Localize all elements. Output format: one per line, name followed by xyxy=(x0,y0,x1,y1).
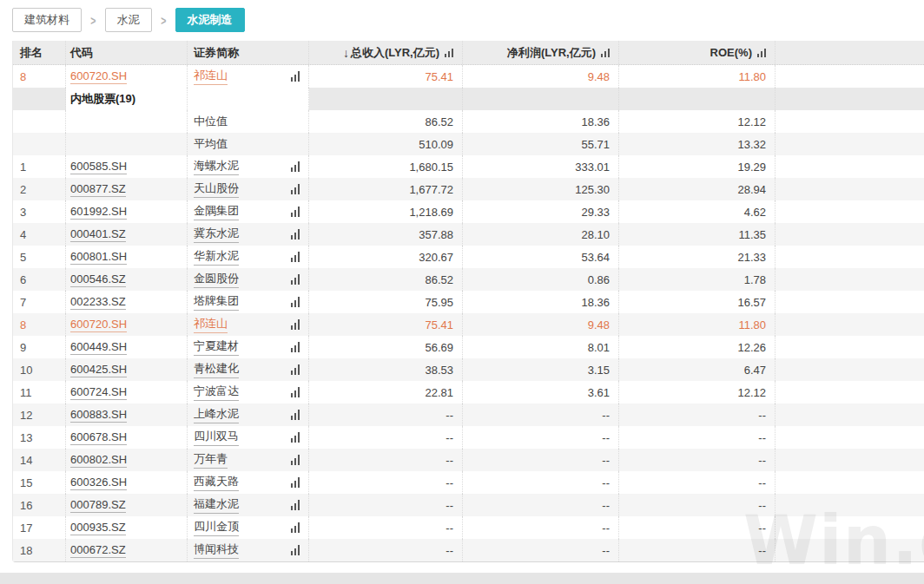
stock-code-link[interactable]: 000877.SZ xyxy=(70,182,126,197)
stock-code-link[interactable]: 600678.SH xyxy=(70,430,127,445)
bar-chart-icon[interactable] xyxy=(291,274,300,285)
stock-code-link[interactable]: 600720.SH xyxy=(70,69,127,84)
table-row[interactable]: 11 600724.SH 宁波富达 22.81 3.61 12.12 xyxy=(13,381,924,404)
stock-code-link[interactable]: 600724.SH xyxy=(70,385,127,400)
bar-chart-icon[interactable] xyxy=(291,252,300,262)
stock-code-link[interactable]: 000546.SZ xyxy=(70,272,126,287)
stock-code-link[interactable]: 600801.SH xyxy=(70,250,127,265)
stock-name-link[interactable]: 宁波富达 xyxy=(194,384,239,401)
stock-code-link[interactable]: 600425.SH xyxy=(70,363,127,377)
bar-chart-icon[interactable] xyxy=(291,184,300,194)
column-chart-icon[interactable] xyxy=(757,49,766,57)
stock-name-link[interactable]: 万年青 xyxy=(194,451,228,469)
stock-code-link[interactable]: 601992.SH xyxy=(70,205,127,220)
table-row[interactable]: 1 600585.SH 海螺水泥 1,680.15 333.01 19.29 xyxy=(13,155,924,178)
bar-chart-icon[interactable] xyxy=(291,455,300,465)
stock-code-link[interactable]: 600326.SH xyxy=(70,476,127,490)
bar-chart-icon[interactable] xyxy=(291,229,300,240)
table-row[interactable]: 18 000672.SZ 博闻科技 -- -- -- xyxy=(13,539,924,561)
bar-chart-icon[interactable] xyxy=(291,500,300,510)
stock-code-link[interactable]: 600720.SH xyxy=(70,318,127,332)
table-row[interactable]: 13 600678.SH 四川双马 -- -- -- xyxy=(13,426,924,449)
group-label: 内地股票(19) xyxy=(70,91,135,107)
col-header-code[interactable]: 代码 xyxy=(66,41,188,64)
bar-chart-icon[interactable] xyxy=(291,477,300,488)
table-row[interactable]: 12 600883.SH 上峰水泥 -- -- -- xyxy=(13,404,924,426)
stock-code-link[interactable]: 000935.SZ xyxy=(70,521,126,535)
col-header-roe[interactable]: ROE(%) xyxy=(619,41,776,64)
stock-name-link[interactable]: 冀东水泥 xyxy=(194,226,239,243)
name-cell: 上峰水泥 xyxy=(188,404,309,426)
filler-cell xyxy=(776,539,924,561)
breadcrumb-item-cement[interactable]: 水泥 xyxy=(105,8,152,32)
table-row[interactable]: 17 000935.SZ 四川金顶 -- -- -- xyxy=(13,516,924,539)
col-header-name[interactable]: 证券简称 xyxy=(188,41,309,64)
bar-chart-icon[interactable] xyxy=(291,342,300,352)
table-row[interactable]: 16 000789.SZ 福建水泥 -- -- -- xyxy=(13,494,924,516)
stock-name-link[interactable]: 海螺水泥 xyxy=(194,158,239,175)
stock-code-link[interactable]: 600802.SH xyxy=(70,453,127,468)
table-row[interactable]: 8 600720.SH 祁连山 75.41 9.48 11.80 xyxy=(13,65,924,88)
table-row[interactable]: 8 600720.SH 祁连山 75.41 9.48 11.80 xyxy=(13,313,924,336)
table-row[interactable]: 5 600801.SH 华新水泥 320.67 53.64 21.33 xyxy=(13,246,924,268)
bar-chart-icon[interactable] xyxy=(291,364,300,375)
stock-name-link[interactable]: 金圆股份 xyxy=(194,271,239,288)
bar-chart-icon[interactable] xyxy=(291,71,300,82)
bar-chart-icon[interactable] xyxy=(291,387,300,397)
bar-chart-icon[interactable] xyxy=(291,545,300,555)
table-row[interactable]: 3 601992.SH 金隅集团 1,218.69 29.33 4.62 xyxy=(13,200,924,223)
filler-cell xyxy=(776,449,924,471)
stock-name-link[interactable]: 祁连山 xyxy=(194,316,228,333)
bar-chart-icon[interactable] xyxy=(291,319,300,330)
name-cell: 四川金顶 xyxy=(188,516,309,539)
name-cell: 天山股份 xyxy=(188,178,309,200)
table-row[interactable]: 7 002233.SZ 塔牌集团 75.95 18.36 16.57 xyxy=(13,291,924,313)
code-cell xyxy=(66,110,188,133)
bar-chart-icon[interactable] xyxy=(291,432,300,443)
bar-chart-icon[interactable] xyxy=(291,522,300,533)
table-row[interactable]: 平均值 510.09 55.71 13.32 xyxy=(13,133,924,155)
stock-code-link[interactable]: 000401.SZ xyxy=(70,227,126,242)
col-header-revenue[interactable]: ↓ 总收入(LYR,亿元) xyxy=(309,41,463,64)
name-cell: 金圆股份 xyxy=(188,268,309,291)
column-chart-icon[interactable] xyxy=(601,49,610,57)
table-row[interactable]: 15 600326.SH 西藏天路 -- -- -- xyxy=(13,471,924,494)
stock-name-link[interactable]: 四川双马 xyxy=(194,429,239,446)
stock-name-link[interactable]: 金隅集团 xyxy=(194,203,239,220)
bar-chart-icon[interactable] xyxy=(291,161,300,172)
col-header-rank[interactable]: 排名 xyxy=(13,41,66,64)
stock-code-link[interactable]: 600585.SH xyxy=(70,160,127,174)
stock-code-link[interactable]: 000789.SZ xyxy=(70,498,126,513)
stock-name-link[interactable]: 青松建化 xyxy=(194,361,239,378)
stock-name-link[interactable]: 福建水泥 xyxy=(194,496,239,514)
stock-code-link[interactable]: 600883.SH xyxy=(70,408,127,423)
table-row[interactable]: 中位值 86.52 18.36 12.12 xyxy=(13,110,924,133)
stock-name-link[interactable]: 上峰水泥 xyxy=(194,406,239,423)
table-row[interactable]: 9 600449.SH 宁夏建材 56.69 8.01 12.26 xyxy=(13,336,924,358)
breadcrumb-item-cement-manufacturing[interactable]: 水泥制造 xyxy=(175,8,245,32)
bar-chart-icon[interactable] xyxy=(291,207,300,217)
table-row[interactable]: 14 600802.SH 万年青 -- -- -- xyxy=(13,449,924,471)
bar-chart-icon[interactable] xyxy=(291,297,300,307)
stock-name-link[interactable]: 华新水泥 xyxy=(194,248,239,266)
stock-code-link[interactable]: 000672.SZ xyxy=(70,543,126,558)
stock-name-link[interactable]: 天山股份 xyxy=(194,180,239,198)
revenue-cell: 75.41 xyxy=(309,65,463,88)
table-row[interactable]: 2 000877.SZ 天山股份 1,677.72 125.30 28.94 xyxy=(13,178,924,200)
stock-code-link[interactable]: 600449.SH xyxy=(70,340,127,355)
stock-name-link[interactable]: 四川金顶 xyxy=(194,519,239,536)
table-row[interactable]: 4 000401.SZ 冀东水泥 357.88 28.10 11.35 xyxy=(13,223,924,246)
stock-name-link[interactable]: 西藏天路 xyxy=(194,474,239,491)
bar-chart-icon[interactable] xyxy=(291,410,300,420)
stock-name-link[interactable]: 宁夏建材 xyxy=(194,338,239,356)
breadcrumb-item-building-materials[interactable]: 建筑材料 xyxy=(12,8,82,32)
table-row[interactable]: 10 600425.SH 青松建化 38.53 3.15 6.47 xyxy=(13,358,924,381)
col-header-profit[interactable]: 净利润(LYR,亿元) xyxy=(463,41,619,64)
column-chart-icon[interactable] xyxy=(445,49,453,57)
stock-name-link[interactable]: 塔牌集团 xyxy=(194,293,239,311)
table-row[interactable]: 6 000546.SZ 金圆股份 86.52 0.86 1.78 xyxy=(13,268,924,291)
stock-code-link[interactable]: 002233.SZ xyxy=(70,295,126,310)
stock-name-link[interactable]: 祁连山 xyxy=(194,68,228,85)
stock-name-link[interactable]: 博闻科技 xyxy=(194,541,239,559)
profit-cell: 9.48 xyxy=(463,65,619,88)
